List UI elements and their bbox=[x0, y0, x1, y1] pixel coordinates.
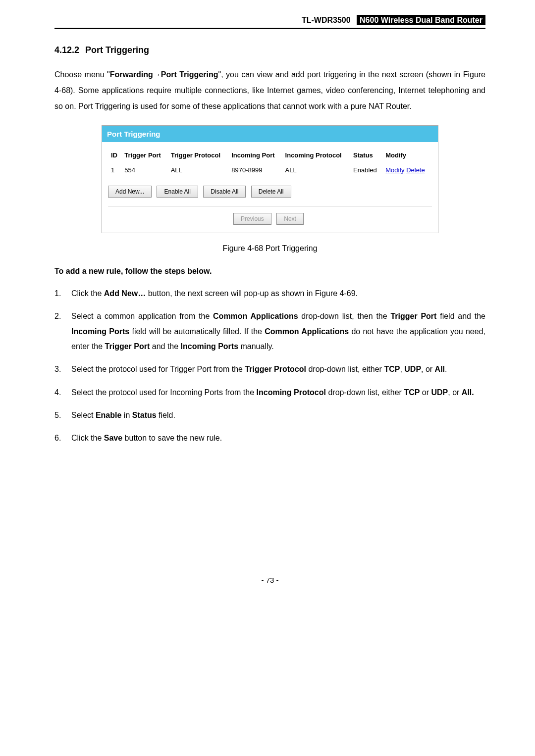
text: manually. bbox=[238, 342, 274, 351]
bold-text: UDP bbox=[404, 365, 421, 373]
intro-text: Choose menu " bbox=[54, 70, 110, 79]
panel-title: Port Triggering bbox=[102, 126, 438, 142]
bold-text: Incoming Protocol bbox=[257, 388, 326, 397]
th-incoming-protocol: Incoming Protocol bbox=[282, 149, 351, 164]
delete-link[interactable]: Delete bbox=[406, 166, 425, 174]
list-item: 1. Click the Add New… button, the next s… bbox=[54, 286, 485, 301]
text: , bbox=[400, 365, 404, 373]
td-incoming-port: 8970-8999 bbox=[228, 164, 282, 177]
step-text: Click the Save button to save the new ru… bbox=[71, 431, 485, 446]
text: , or bbox=[448, 388, 462, 397]
document-header: TL-WDR3500 N600 Wireless Dual Band Route… bbox=[54, 15, 485, 29]
th-incoming-port: Incoming Port bbox=[228, 149, 282, 164]
list-item: 3. Select the protocol used for Trigger … bbox=[54, 362, 485, 377]
text: field will be automatically filled. If t… bbox=[129, 327, 265, 336]
bold-text: Incoming Ports bbox=[181, 342, 238, 351]
td-trigger-protocol: ALL bbox=[168, 164, 229, 177]
step-number: 3. bbox=[54, 362, 71, 377]
steps-list: 1. Click the Add New… button, the next s… bbox=[54, 286, 485, 446]
text: in bbox=[121, 411, 132, 419]
step-text: Select the protocol used for Incoming Po… bbox=[71, 385, 485, 400]
step-number: 5. bbox=[54, 408, 71, 423]
bold-text: Trigger Protocol bbox=[245, 365, 306, 373]
bold-text: Save bbox=[104, 434, 122, 442]
bold-text: Trigger Port bbox=[390, 312, 436, 320]
enable-all-button[interactable]: Enable All bbox=[157, 186, 198, 198]
bold-text: Trigger Port bbox=[105, 342, 150, 351]
text: . bbox=[445, 365, 447, 373]
page-number: - 73 - bbox=[54, 575, 485, 585]
text: and the bbox=[150, 342, 180, 351]
text: drop-down list, either bbox=[326, 388, 404, 397]
step-number: 2. bbox=[54, 309, 71, 354]
text: Select a common application from the bbox=[71, 312, 213, 320]
bold-text: TCP bbox=[384, 365, 400, 373]
table-row: 1 554 ALL 8970-8999 ALL Enabled Modify D… bbox=[108, 164, 432, 177]
text: Select the protocol used for Incoming Po… bbox=[71, 388, 257, 397]
intro-bold: Forwarding bbox=[110, 70, 153, 79]
add-new-button[interactable]: Add New... bbox=[108, 186, 152, 198]
text: button, the next screen will pop-up as s… bbox=[146, 289, 358, 298]
bold-text: Enable bbox=[96, 411, 121, 419]
bold-text: UDP bbox=[431, 388, 448, 397]
nav-row: Previous Next bbox=[108, 206, 432, 225]
step-number: 1. bbox=[54, 286, 71, 301]
bold-text: All. bbox=[462, 388, 474, 397]
section-heading: 4.12.2Port Triggering bbox=[54, 44, 485, 56]
step-text: Select Enable in Status field. bbox=[71, 408, 485, 423]
text: Select the protocol used for Trigger Por… bbox=[71, 365, 245, 373]
bold-text: Incoming Ports bbox=[71, 327, 129, 336]
th-modify: Modify bbox=[382, 149, 432, 164]
td-modify: Modify Delete bbox=[382, 164, 432, 177]
list-item: 5. Select Enable in Status field. bbox=[54, 408, 485, 423]
step-number: 6. bbox=[54, 431, 71, 446]
section-number: 4.12.2 bbox=[54, 45, 79, 55]
disable-all-button[interactable]: Disable All bbox=[203, 186, 246, 198]
list-item: 4. Select the protocol used for Incoming… bbox=[54, 385, 485, 400]
text: field. bbox=[157, 411, 175, 419]
text: or bbox=[420, 388, 431, 397]
step-text: Select the protocol used for Trigger Por… bbox=[71, 362, 485, 377]
intro-paragraph: Choose menu "Forwarding→Port Triggering"… bbox=[54, 67, 485, 114]
bold-text: Status bbox=[132, 411, 157, 419]
th-trigger-protocol: Trigger Protocol bbox=[168, 149, 229, 164]
list-item: 6. Click the Save button to save the new… bbox=[54, 431, 485, 446]
bold-text: Common Applications bbox=[265, 327, 349, 336]
product-badge: N600 Wireless Dual Band Router bbox=[357, 15, 485, 25]
bold-text: Add New… bbox=[104, 289, 146, 298]
td-id: 1 bbox=[108, 164, 121, 177]
delete-all-button[interactable]: Delete All bbox=[251, 186, 291, 198]
bold-text: TCP bbox=[404, 388, 420, 397]
intro-bold: Port Triggering bbox=[161, 70, 218, 79]
th-status: Status bbox=[350, 149, 382, 164]
text: drop-down list, then the bbox=[298, 312, 391, 320]
previous-button: Previous bbox=[233, 213, 271, 225]
bold-text: Common Applications bbox=[213, 312, 298, 320]
button-row: Add New... Enable All Disable All Delete… bbox=[108, 186, 432, 198]
step-text: Select a common application from the Com… bbox=[71, 309, 485, 354]
section-title: Port Triggering bbox=[85, 45, 149, 55]
figure-caption: Figure 4-68 Port Triggering bbox=[54, 243, 485, 254]
td-incoming-protocol: ALL bbox=[282, 164, 351, 177]
text: Click the bbox=[71, 434, 104, 442]
bold-text: All bbox=[435, 365, 445, 373]
model-number: TL-WDR3500 bbox=[302, 16, 351, 24]
text: , or bbox=[421, 365, 435, 373]
text: Click the bbox=[71, 289, 104, 298]
text: field and the bbox=[436, 312, 485, 320]
subheading: To add a new rule, follow the steps belo… bbox=[54, 266, 485, 277]
modify-link[interactable]: Modify bbox=[385, 166, 404, 174]
list-item: 2. Select a common application from the … bbox=[54, 309, 485, 354]
panel-body: ID Trigger Port Trigger Protocol Incomin… bbox=[102, 142, 438, 233]
text: drop-down list, either bbox=[306, 365, 384, 373]
port-triggering-panel: Port Triggering ID Trigger Port Trigger … bbox=[102, 125, 438, 233]
table-header-row: ID Trigger Port Trigger Protocol Incomin… bbox=[108, 149, 432, 164]
step-number: 4. bbox=[54, 385, 71, 400]
text: button to save the new rule. bbox=[122, 434, 222, 442]
step-text: Click the Add New… button, the next scre… bbox=[71, 286, 485, 301]
td-status: Enabled bbox=[350, 164, 382, 177]
th-trigger-port: Trigger Port bbox=[121, 149, 167, 164]
next-button: Next bbox=[276, 213, 304, 225]
arrow-icon: → bbox=[153, 70, 161, 79]
port-triggering-table: ID Trigger Port Trigger Protocol Incomin… bbox=[108, 149, 432, 177]
